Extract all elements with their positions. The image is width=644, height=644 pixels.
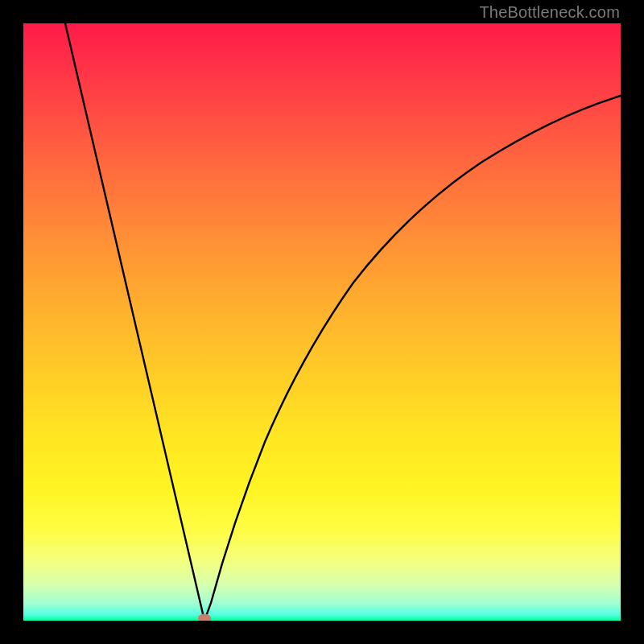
curve-layer [23,23,621,621]
curve-right-segment [204,96,621,621]
curve-left-segment [65,23,204,621]
chart-frame: TheBottleneck.com [0,0,644,644]
watermark-label: TheBottleneck.com [479,3,620,22]
minimum-marker [198,614,211,621]
plot-area [23,23,621,621]
